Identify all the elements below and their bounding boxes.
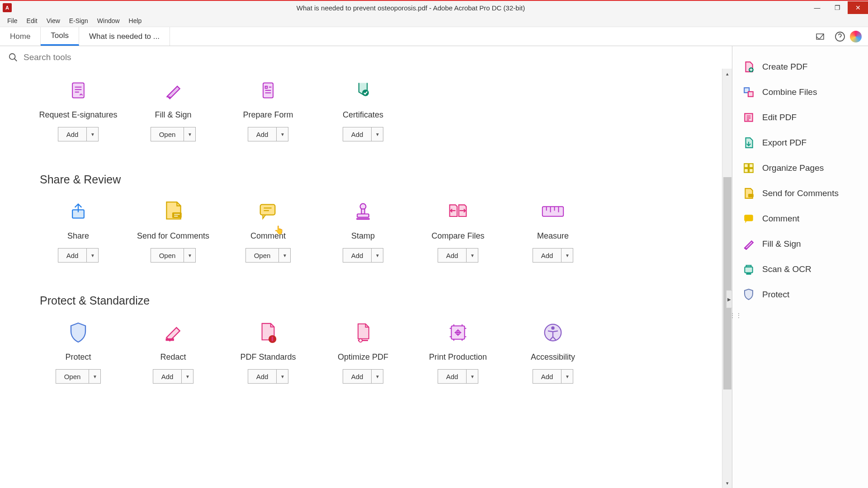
scroll-down-button[interactable]: ▾: [722, 478, 732, 488]
menu-help[interactable]: Help: [124, 16, 146, 25]
chevron-down-icon[interactable]: ▼: [371, 127, 383, 141]
tool-label: PDF Standards: [240, 352, 296, 362]
rail-label: Scan & OCR: [762, 264, 811, 274]
tool-label: Optimize PDF: [338, 352, 388, 362]
tool-action-button[interactable]: Add▼: [533, 248, 574, 263]
tool-label: Share: [67, 231, 89, 241]
chevron-down-icon[interactable]: ▼: [276, 370, 288, 383]
tool-fill-sign[interactable]: Fill & Sign Open▼: [126, 77, 221, 141]
scroll-up-button[interactable]: ▴: [722, 69, 732, 79]
protect-rail-icon: [742, 288, 755, 301]
scrollbar-thumb[interactable]: [723, 177, 731, 389]
optimize-pdf-icon: [349, 319, 377, 346]
chevron-down-icon[interactable]: ▼: [86, 249, 98, 262]
tool-comment[interactable]: Comment Open▼ 👆: [221, 198, 316, 263]
rail-protect[interactable]: Protect: [732, 282, 868, 307]
chevron-down-icon[interactable]: ▼: [561, 249, 573, 262]
menu-esign[interactable]: E-Sign: [65, 16, 93, 25]
tool-share[interactable]: Share Add▼: [31, 198, 126, 263]
rail-export-pdf[interactable]: Export PDF: [732, 130, 868, 155]
tool-action-button[interactable]: Open▼: [151, 127, 196, 141]
rail-collapse-handle[interactable]: ▶: [726, 290, 732, 308]
chevron-down-icon[interactable]: ▼: [86, 127, 98, 141]
rail-organize-pages[interactable]: Organize Pages: [732, 155, 868, 181]
tool-label: Measure: [537, 231, 569, 241]
tool-protect[interactable]: Protect Open▼: [31, 319, 126, 384]
tool-accessibility[interactable]: Accessibility Add▼: [505, 319, 600, 384]
tool-action-button[interactable]: Add▼: [343, 248, 384, 263]
tool-action-button[interactable]: Add▼: [248, 369, 289, 384]
tool-label: Send for Comments: [137, 231, 209, 241]
tool-action-button[interactable]: Add▼: [533, 369, 574, 384]
user-avatar[interactable]: [850, 31, 862, 42]
tool-prepare-form[interactable]: Prepare Form Add▼: [221, 77, 316, 141]
tool-pdf-standards[interactable]: i PDF Standards Add▼: [221, 319, 316, 384]
tool-label: Redact: [160, 352, 186, 362]
help-icon[interactable]: [830, 27, 850, 46]
tool-send-for-comments[interactable]: Send for Comments Open▼: [126, 198, 221, 263]
notifications-icon[interactable]: [810, 27, 830, 46]
svg-rect-14: [166, 338, 174, 341]
chevron-down-icon[interactable]: ▼: [466, 370, 478, 383]
rail-comment[interactable]: Comment: [732, 206, 868, 231]
rail-combine-files[interactable]: Combine Files: [732, 80, 868, 105]
tool-request-esignatures[interactable]: Request E-signatures Add▼: [31, 77, 126, 141]
window-maximize-button[interactable]: ❐: [827, 1, 848, 14]
window-minimize-button[interactable]: —: [807, 1, 827, 14]
svg-text:i: i: [272, 336, 273, 342]
chevron-down-icon[interactable]: ▼: [184, 127, 195, 141]
menu-view[interactable]: View: [42, 16, 65, 25]
chevron-down-icon[interactable]: ▼: [371, 370, 383, 383]
tool-measure[interactable]: Measure Add▼: [505, 198, 600, 263]
tool-action-button[interactable]: Add▼: [343, 369, 384, 384]
tool-action-button[interactable]: Add▼: [58, 248, 99, 263]
chevron-down-icon[interactable]: ▼: [466, 249, 478, 262]
tool-certificates[interactable]: Certificates Add▼: [316, 77, 410, 141]
window-close-button[interactable]: ✕: [848, 1, 868, 14]
menu-edit[interactable]: Edit: [22, 16, 42, 25]
comment-icon: [255, 198, 282, 225]
rail-scan-ocr[interactable]: Scan & OCR: [732, 257, 868, 282]
chevron-down-icon[interactable]: ▼: [561, 370, 573, 383]
chevron-down-icon[interactable]: ▼: [278, 249, 290, 262]
pdf-standards-icon: i: [255, 319, 282, 346]
svg-rect-27: [749, 164, 753, 168]
tool-action-button[interactable]: Add▼: [438, 248, 479, 263]
rail-fill-sign[interactable]: Fill & Sign: [732, 231, 868, 257]
tool-action-button[interactable]: Add▼: [438, 369, 479, 384]
tool-action-button[interactable]: Open▼: [245, 248, 291, 263]
right-tools-rail: ▶ ⋮⋮ Create PDF Combine Files Edit PDF E…: [732, 46, 868, 488]
tool-print-production[interactable]: Print Production Add▼: [410, 319, 505, 384]
rail-send-for-comments[interactable]: Send for Comments: [732, 181, 868, 206]
chevron-down-icon[interactable]: ▼: [181, 370, 193, 383]
tool-action-button[interactable]: Open▼: [56, 369, 101, 384]
tool-action-button[interactable]: Add▼: [248, 127, 289, 141]
tool-action-button[interactable]: Add▼: [343, 127, 384, 141]
rail-edit-pdf[interactable]: Edit PDF: [732, 105, 868, 130]
rail-label: Export PDF: [762, 138, 807, 148]
svg-rect-24: [748, 92, 753, 97]
tool-action-button[interactable]: Open▼: [151, 248, 196, 263]
vertical-scrollbar[interactable]: ▴ ▾: [722, 69, 732, 488]
tool-action-button[interactable]: Add▼: [153, 369, 194, 384]
menu-file[interactable]: File: [3, 16, 22, 25]
tool-label: Print Production: [429, 352, 487, 362]
chevron-down-icon[interactable]: ▼: [276, 127, 288, 141]
menu-window[interactable]: Window: [93, 16, 124, 25]
compare-files-icon: [444, 198, 472, 225]
rail-label: Create PDF: [762, 62, 807, 72]
tab-tools[interactable]: Tools: [41, 27, 79, 46]
tool-stamp[interactable]: Stamp Add▼: [316, 198, 410, 263]
search-input[interactable]: [24, 52, 295, 62]
chevron-down-icon[interactable]: ▼: [371, 249, 383, 262]
rail-create-pdf[interactable]: Create PDF: [732, 54, 868, 80]
tab-document[interactable]: What is needed to ...: [79, 27, 170, 46]
tool-optimize-pdf[interactable]: Optimize PDF Add▼: [316, 319, 410, 384]
tool-compare-files[interactable]: Compare Files Add▼: [410, 198, 505, 263]
tool-action-button[interactable]: Add▼: [58, 127, 99, 141]
chevron-down-icon[interactable]: ▼: [89, 370, 100, 383]
redact-icon: [160, 319, 187, 346]
tool-redact[interactable]: Redact Add▼: [126, 319, 221, 384]
tab-home[interactable]: Home: [0, 27, 41, 46]
chevron-down-icon[interactable]: ▼: [184, 249, 195, 262]
